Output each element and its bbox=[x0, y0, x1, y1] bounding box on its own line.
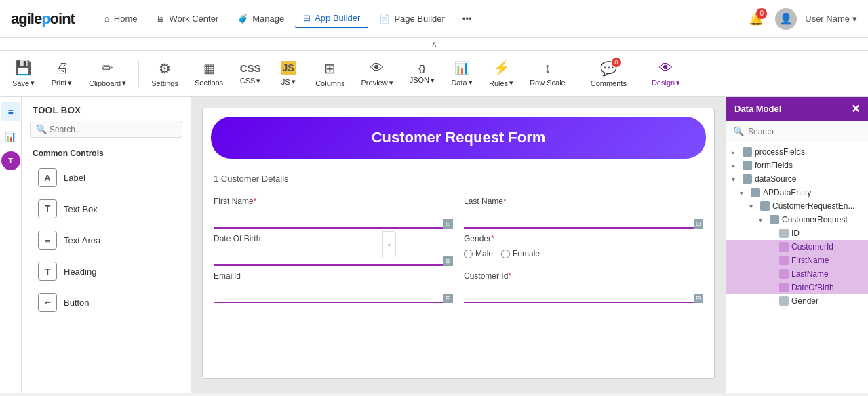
formfields-expand[interactable] bbox=[732, 162, 740, 170]
gender-female-radio[interactable] bbox=[501, 250, 510, 258]
css-arrow: ▾ bbox=[256, 77, 260, 85]
first-name-input[interactable] bbox=[214, 209, 453, 229]
dm-item-ID[interactable]: ID bbox=[726, 226, 868, 240]
toolbar-save[interactable]: 💾 Save▾ bbox=[5, 56, 41, 92]
data-icon: 📊 bbox=[454, 60, 469, 75]
heading-tool-icon: T bbox=[38, 262, 57, 281]
textarea-tool-icon: ≡ bbox=[38, 231, 57, 250]
form-row-1: First Name* ⊞ Last Name* ⊞ bbox=[214, 197, 703, 229]
user-avatar: 👤 bbox=[775, 8, 797, 30]
toolbox-label-item[interactable]: A Label bbox=[27, 163, 185, 193]
dm-item-CustomerRequest[interactable]: CustomerRequest bbox=[726, 213, 868, 226]
toolbar-json[interactable]: {} JSON▾ bbox=[403, 59, 441, 89]
customer-id-input-wrap: ⊞ bbox=[464, 283, 703, 303]
nav-app-builder[interactable]: ⊞ App Builder bbox=[295, 9, 368, 28]
last-name-required: * bbox=[503, 197, 507, 206]
toolbox-heading-item[interactable]: T Heading bbox=[27, 256, 185, 286]
button-tool-icon: ↩ bbox=[38, 293, 57, 312]
toolbar-print[interactable]: 🖨 Print▾ bbox=[44, 56, 79, 92]
firstname-icon bbox=[779, 256, 789, 265]
datasource-icon bbox=[743, 174, 752, 184]
customerrequesten-icon bbox=[760, 201, 770, 211]
data-model-close-button[interactable]: ✕ bbox=[851, 102, 860, 115]
notification-button[interactable]: 🔔 0 bbox=[745, 8, 767, 30]
nav-more-button[interactable]: ••• bbox=[456, 9, 479, 28]
left-icon-list[interactable]: ≡ bbox=[1, 102, 20, 121]
design-arrow: ▾ bbox=[676, 79, 680, 87]
apdataentity-expand[interactable] bbox=[740, 189, 748, 197]
toolbox-search-input[interactable] bbox=[50, 125, 176, 134]
toolbar-rules[interactable]: ⚡ Rules▾ bbox=[482, 56, 520, 92]
dob-input[interactable] bbox=[214, 246, 453, 266]
nav-manage[interactable]: 🧳 Manage bbox=[229, 9, 292, 28]
toolbox-panel: TOOL BOX 🔍 Common Controls A Label T Tex… bbox=[22, 97, 191, 393]
customerrequesten-expand[interactable] bbox=[749, 203, 757, 210]
datasource-expand[interactable] bbox=[732, 176, 740, 183]
dm-item-FirstName[interactable]: FirstName bbox=[726, 254, 868, 267]
dm-item-CustomerId[interactable]: CustomerId bbox=[726, 240, 868, 254]
left-icon-user[interactable]: T bbox=[1, 151, 20, 170]
toolbox-header: TOOL BOX bbox=[22, 97, 191, 121]
notification-badge: 0 bbox=[756, 8, 767, 19]
apdataentity-icon bbox=[751, 188, 760, 197]
gender-female-option[interactable]: Female bbox=[501, 249, 540, 258]
dm-item-Gender[interactable]: Gender bbox=[726, 294, 868, 308]
first-name-label: First Name* bbox=[214, 197, 453, 206]
data-arrow: ▾ bbox=[469, 78, 473, 87]
dm-item-DateOfBirth[interactable]: DateOfBirth bbox=[726, 281, 868, 294]
toolbar-settings[interactable]: ⚙ Settings bbox=[144, 56, 185, 92]
left-icon-chart[interactable]: 📊 bbox=[1, 127, 20, 146]
first-name-required: * bbox=[254, 197, 257, 206]
css-icon: CSS bbox=[240, 62, 261, 74]
first-name-anchor: ⊞ bbox=[443, 219, 453, 229]
customerrequest-expand[interactable] bbox=[759, 216, 767, 224]
dm-item-formFields[interactable]: formFields bbox=[726, 159, 868, 172]
toolbar-columns[interactable]: ⊞ Columns bbox=[309, 56, 351, 92]
toolbar-data[interactable]: 📊 Data▾ bbox=[444, 56, 479, 91]
toolbox-textbox-item[interactable]: T Text Box bbox=[27, 194, 185, 224]
nav-work-center[interactable]: 🖥 Work Center bbox=[148, 9, 226, 28]
last-name-input-wrap: ⊞ bbox=[464, 209, 703, 229]
user-dropdown-icon: ▾ bbox=[852, 14, 857, 24]
clipboard-icon: ✏ bbox=[102, 60, 113, 76]
toolbar-row-scale[interactable]: ↕ Row Scale bbox=[523, 56, 572, 91]
gender-male-option[interactable]: Male bbox=[464, 249, 493, 258]
data-model-title: Data Model bbox=[734, 104, 781, 114]
toolbar-clipboard[interactable]: ✏ Clipboard▾ bbox=[82, 56, 133, 92]
gender-options: Male Female bbox=[464, 249, 703, 258]
design-icon: 👁 bbox=[659, 60, 673, 76]
toolbar-css[interactable]: CSS CSS▾ bbox=[233, 58, 268, 90]
email-input[interactable] bbox=[214, 283, 453, 303]
form-field-first-name: First Name* ⊞ bbox=[214, 197, 453, 229]
settings-icon: ⚙ bbox=[159, 60, 171, 77]
toolbar-js[interactable]: JS JS▾ bbox=[271, 57, 306, 90]
logo: agilepoint bbox=[11, 10, 75, 28]
toolbar-sections[interactable]: ▦ Sections bbox=[188, 57, 230, 91]
last-name-input[interactable] bbox=[464, 209, 703, 229]
nav-home[interactable]: ⌂ Home bbox=[96, 9, 146, 28]
dm-item-processFields[interactable]: processFields bbox=[726, 145, 868, 159]
processfields-expand[interactable] bbox=[732, 148, 740, 156]
toolbar-comments[interactable]: 💬0 Comments bbox=[584, 56, 633, 92]
toolbox-button-item[interactable]: ↩ Button bbox=[27, 288, 185, 317]
panel-collapse-button[interactable]: ‹ bbox=[382, 231, 396, 258]
last-name-label: Last Name* bbox=[464, 197, 703, 206]
dm-item-CustomerRequestEn[interactable]: CustomerRequestEn... bbox=[726, 199, 868, 213]
toolbar-design[interactable]: 👁 Design▾ bbox=[645, 56, 687, 92]
dob-label: Date Of Birth bbox=[214, 234, 453, 243]
toolbox-textarea-item[interactable]: ≡ Text Area bbox=[27, 225, 185, 255]
dm-item-LastName[interactable]: LastName bbox=[726, 267, 868, 281]
collapse-bar[interactable]: ∧ bbox=[0, 38, 868, 51]
nav-page-builder[interactable]: 📄 Page Builder bbox=[371, 9, 452, 28]
dm-item-APDataEntity[interactable]: APDataEntity bbox=[726, 186, 868, 199]
user-name-label[interactable]: User Name ▾ bbox=[805, 14, 857, 24]
dm-search-input[interactable] bbox=[748, 127, 861, 136]
dm-item-dataSource[interactable]: dataSource bbox=[726, 172, 868, 186]
customer-id-input[interactable] bbox=[464, 283, 703, 303]
toolbar-preview[interactable]: 👁 Preview▾ bbox=[355, 56, 400, 92]
print-icon: 🖨 bbox=[55, 60, 68, 76]
email-label: EmailId bbox=[214, 271, 453, 281]
toolbox-section-common-controls: Common Controls bbox=[22, 143, 191, 162]
textbox-tool-label: Text Box bbox=[64, 204, 98, 214]
gender-male-radio[interactable] bbox=[464, 250, 473, 258]
